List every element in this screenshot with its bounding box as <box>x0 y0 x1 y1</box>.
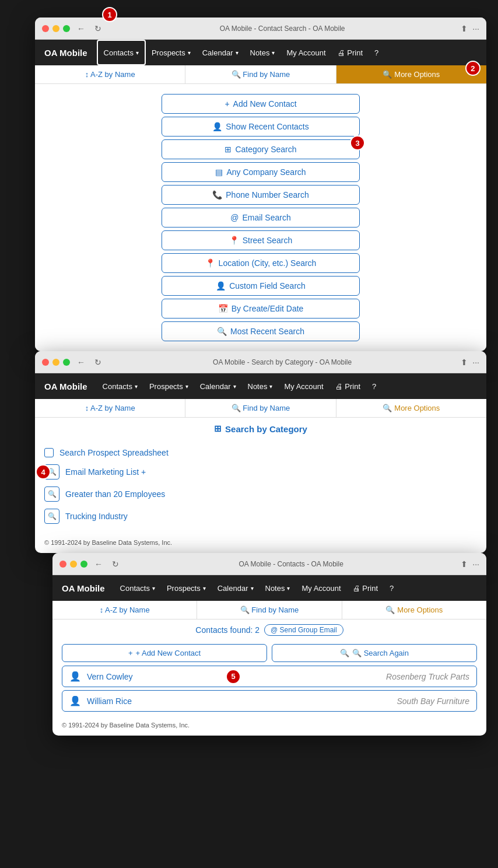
close-btn-3[interactable] <box>59 561 66 568</box>
nav3-calendar[interactable]: Calendar ▾ <box>212 575 259 601</box>
nav-prospects[interactable]: Prospects ▾ <box>146 40 197 65</box>
category-label-1[interactable]: Greater than 20 Employees <box>65 489 165 499</box>
tab-az-3[interactable]: ↕ A-Z by Name <box>52 601 197 619</box>
location-icon: 📍 <box>205 258 215 268</box>
add-new-contact-btn[interactable]: + + Add New Contact <box>62 644 267 662</box>
company-icon: ▤ <box>215 167 223 177</box>
avatar-0: 👤 <box>69 671 81 682</box>
contact-company-0: Rosenberg Truck Parts <box>386 672 469 681</box>
more-icon-2[interactable]: ··· <box>472 358 479 367</box>
prospect-checkbox[interactable] <box>44 448 54 457</box>
nav3-contacts[interactable]: Contacts ▾ <box>114 575 161 601</box>
minimize-btn-3[interactable] <box>70 561 77 568</box>
btn-location-search[interactable]: 📍 Location (City, etc.) Search <box>162 253 360 273</box>
url-bar-2: OA Mobile - Search by Category - OA Mobi… <box>108 358 456 366</box>
app-brand-2: OA Mobile <box>44 382 87 391</box>
tab-find-2[interactable]: 🔍 Find by Name <box>185 399 335 417</box>
nav3-print[interactable]: 🖨 Print <box>347 575 384 601</box>
maximize-btn-2[interactable] <box>63 359 70 366</box>
window-3-frame: ← ↻ OA Mobile - Contacts - OA Mobile ⬆ ·… <box>52 553 486 736</box>
browser-window-3: ← ↻ OA Mobile - Contacts - OA Mobile ⬆ ·… <box>12 553 486 736</box>
nav2-help[interactable]: ? <box>366 373 382 399</box>
nav2-myaccount[interactable]: My Account <box>278 373 329 399</box>
btn-add-contact[interactable]: + Add New Contact <box>162 94 360 114</box>
btn-recent-search[interactable]: 🔍 Most Recent Search <box>162 321 360 341</box>
category-label-0[interactable]: Email Marketing List + <box>65 467 146 477</box>
nav3-help[interactable]: ? <box>384 575 399 601</box>
tab-az-1[interactable]: ↕ A-Z by Name <box>35 65 185 83</box>
nav-print[interactable]: 🖨 Print <box>332 40 369 65</box>
more-icon-3[interactable]: ··· <box>472 559 479 569</box>
nav3-prospects[interactable]: Prospects ▾ <box>161 575 212 601</box>
btn-phone-search[interactable]: 📞 Phone Number Search <box>162 185 360 205</box>
btn-recent-contacts[interactable]: 👤 Show Recent Contacts <box>162 117 360 136</box>
back-btn[interactable]: ← <box>75 24 87 33</box>
reload-btn-3[interactable]: ↻ <box>110 559 121 569</box>
prospect-spreadsheet-item: Search Prospect Spreadsheet <box>44 444 477 461</box>
share-icon[interactable]: ⬆ <box>461 24 468 33</box>
tab-az-2[interactable]: ↕ A-Z by Name <box>35 399 185 417</box>
app-navbar-3: OA Mobile Contacts ▾ Prospects ▾ Calenda… <box>52 575 486 601</box>
calendar-icon: 📅 <box>218 304 228 313</box>
nav2-contacts[interactable]: Contacts ▾ <box>97 373 143 399</box>
annotation-5: 5 <box>226 669 241 684</box>
minimize-btn-2[interactable] <box>52 359 59 366</box>
tab-more-2[interactable]: 🔍 More Options <box>336 399 486 417</box>
prospect-label[interactable]: Search Prospect Spreadsheet <box>59 448 169 457</box>
pin-icon: 📍 <box>229 236 239 245</box>
annotation-4: 4 <box>36 464 51 480</box>
nav3-myaccount[interactable]: My Account <box>296 575 346 601</box>
share-icon-2[interactable]: ⬆ <box>461 358 468 367</box>
contact-row-1[interactable]: 👤 William Rice South Bay Furniture <box>62 690 477 712</box>
nav3-notes[interactable]: Notes ▾ <box>259 575 296 601</box>
maximize-btn-3[interactable] <box>80 561 87 568</box>
back-btn-3[interactable]: ← <box>92 559 105 569</box>
nav-help[interactable]: ? <box>369 40 384 65</box>
category-list: Search Prospect Spreadsheet 4 🔍 Email Ma… <box>35 440 486 532</box>
browser-window-2: ← ↻ OA Mobile - Search by Category - OA … <box>12 351 486 553</box>
title-bar-3: ← ↻ OA Mobile - Contacts - OA Mobile ⬆ ·… <box>52 553 486 575</box>
contact-company-1: South Bay Furniture <box>397 696 469 706</box>
annotation-2: 2 <box>465 61 481 76</box>
avatar-1: 👤 <box>69 695 81 706</box>
category-label-2[interactable]: Trucking Industry <box>65 512 128 521</box>
nav2-print[interactable]: 🖨 Print <box>329 373 366 399</box>
maximize-btn[interactable] <box>63 25 70 32</box>
btn-category-search[interactable]: ⊞ Category Search 3 <box>162 139 360 159</box>
btn-street-search[interactable]: 📍 Street Search <box>162 230 360 250</box>
app-navbar-1: OA Mobile Contacts ▾ Prospects ▾ Calenda… <box>35 40 486 65</box>
nav2-notes[interactable]: Notes ▾ <box>242 373 279 399</box>
tab-more-1[interactable]: 🔍 🔍 More Options More Options 2 <box>336 65 486 83</box>
close-btn-2[interactable] <box>42 359 49 366</box>
app-brand-3: OA Mobile <box>62 583 105 593</box>
reload-btn-2[interactable]: ↻ <box>92 358 104 367</box>
tab-find-3[interactable]: 🔍 Find by Name <box>197 601 341 619</box>
btn-company-search[interactable]: ▤ Any Company Search <box>162 162 360 182</box>
tab-find-1[interactable]: 🔍 Find by Name <box>185 65 335 83</box>
more-icon[interactable]: ··· <box>472 24 479 33</box>
action-row: + + Add New Contact 🔍 🔍 Search Again <box>62 644 477 662</box>
nav-myaccount[interactable]: My Account <box>280 40 331 65</box>
search-icon-1[interactable]: 🔍 <box>44 487 59 502</box>
btn-custom-field-search[interactable]: 👤 Custom Field Search <box>162 276 360 296</box>
btn-date-search[interactable]: 📅 By Create/Edit Date <box>162 299 360 318</box>
reload-btn[interactable]: ↻ <box>92 24 104 33</box>
search-icon-2[interactable]: 🔍 <box>44 509 59 524</box>
back-btn-2[interactable]: ← <box>75 358 87 367</box>
sub-nav-2: ↕ A-Z by Name 🔍 Find by Name 🔍 More Opti… <box>35 399 486 418</box>
share-icon-3[interactable]: ⬆ <box>461 559 468 569</box>
contact-row-0[interactable]: 👤 Vern Cowley Rosenberg Truck Parts 5 <box>62 666 477 687</box>
nav-contacts[interactable]: Contacts ▾ <box>97 40 146 65</box>
nav2-prospects[interactable]: Prospects ▾ <box>143 373 194 399</box>
nav-notes[interactable]: Notes ▾ <box>244 40 281 65</box>
tab-more-3[interactable]: 🔍 More Options <box>342 601 486 619</box>
search-again-btn[interactable]: 🔍 🔍 Search Again <box>272 644 477 662</box>
minimize-btn[interactable] <box>52 25 59 32</box>
traffic-lights-2 <box>42 359 70 366</box>
nav2-calendar[interactable]: Calendar ▾ <box>194 373 242 399</box>
send-group-email-btn[interactable]: @ Send Group Email <box>264 624 343 636</box>
nav-calendar[interactable]: Calendar ▾ <box>197 40 244 65</box>
grid-icon-2: ⊞ <box>214 424 222 434</box>
close-btn[interactable] <box>42 25 49 32</box>
btn-email-search[interactable]: @ Email Search <box>162 208 360 228</box>
